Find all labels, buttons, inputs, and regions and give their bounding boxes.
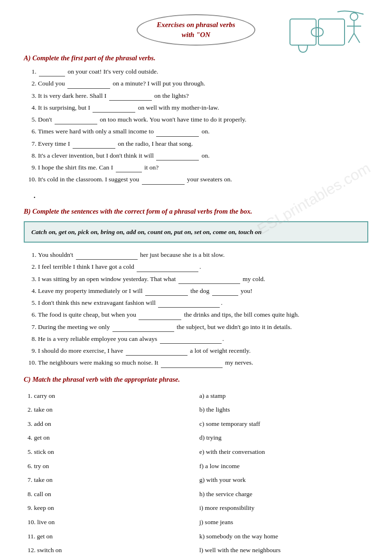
blank[interactable] <box>142 184 185 185</box>
list-item: The food is quite cheap, but when you th… <box>38 310 368 320</box>
blank[interactable] <box>126 355 187 356</box>
blank[interactable] <box>156 136 199 137</box>
blank[interactable] <box>137 272 198 272</box>
list-item: It is surprising, but I on well with my … <box>38 103 368 113</box>
table-row: 4. get ond) trying <box>25 431 367 444</box>
table-row: 6. try onf) a low income <box>25 460 367 473</box>
match-right-cell: g) with your work <box>196 473 367 487</box>
section-b: B) Complete the sentences with the corre… <box>24 207 368 368</box>
table-row: 1. carry ona) a stamp <box>25 389 367 403</box>
match-right-cell: d) trying <box>196 431 367 444</box>
table-row: 5. stick one) with their conversation <box>25 445 367 459</box>
blank[interactable] <box>145 295 188 296</box>
match-table: 1. carry ona) a stamp2. take onb) the li… <box>24 388 368 555</box>
match-left-cell: 1. carry on <box>25 389 196 403</box>
match-left-cell: 3. add on <box>25 417 196 431</box>
blank[interactable] <box>39 76 65 76</box>
list-item: Leave my property immediately or I will … <box>38 286 368 296</box>
list-item: It's a clever invention, but I don't thi… <box>38 151 368 160</box>
match-right-cell: i) more responsibility <box>196 501 367 515</box>
dot-separator: . <box>33 189 368 200</box>
list-item: on your coat! It's very cold outside. <box>38 67 368 76</box>
match-left-cell: 5. stick on <box>25 445 196 459</box>
title-oval: Exercises on phrasal verbs with "ON <box>137 14 255 46</box>
section-a-list: on your coat! It's very cold outside. Co… <box>24 67 368 185</box>
match-right-cell: a) a stamp <box>196 389 367 403</box>
list-item: I feel terrible I think I have got a col… <box>38 262 368 272</box>
match-left-cell: 11. get on <box>25 530 196 543</box>
puzzle-svg <box>264 9 368 62</box>
svg-line-6 <box>354 33 360 43</box>
list-item: I was sitting by an open window yesterda… <box>38 274 368 284</box>
list-item: Could you on a minute? I will put you th… <box>38 79 368 88</box>
blank[interactable] <box>116 172 142 172</box>
svg-rect-1 <box>318 19 345 45</box>
blank[interactable] <box>93 112 135 113</box>
blank[interactable] <box>112 331 174 332</box>
match-left-cell: 8. call on <box>25 488 196 501</box>
blank[interactable] <box>67 88 110 89</box>
match-left-cell: 4. get on <box>25 431 196 444</box>
blank[interactable] <box>73 148 115 149</box>
match-right-cell: c) some temporary staff <box>196 417 367 431</box>
list-item: The neighbours were making so much noise… <box>38 358 368 367</box>
list-item: Every time I on the radio, I hear that s… <box>38 139 368 149</box>
puzzle-decoration <box>264 9 368 57</box>
table-row: 11. get onk) somebody on the way home <box>25 530 367 543</box>
blank[interactable] <box>161 367 223 368</box>
table-row: 12. switch onl) well with the new neighb… <box>25 544 367 555</box>
match-right-cell: b) the lights <box>196 403 367 416</box>
blank[interactable] <box>158 307 220 308</box>
list-item: It's cold in the classroom. I suggest yo… <box>38 175 368 184</box>
match-left-cell: 6. try on <box>25 460 196 473</box>
match-left-cell: 7. take on <box>25 473 196 487</box>
svg-rect-0 <box>290 19 316 45</box>
blank[interactable] <box>212 295 238 296</box>
title-line1: Exercises on phrasal verbs <box>157 21 235 28</box>
list-item: I should do more exercise, I have a lot … <box>38 346 368 356</box>
svg-line-5 <box>348 33 354 43</box>
list-item: During the meeting we only the subject, … <box>38 322 368 332</box>
svg-point-2 <box>350 13 358 20</box>
match-right-cell: j) some jeans <box>196 516 367 529</box>
blank[interactable] <box>156 160 199 160</box>
match-left-cell: 12. switch on <box>25 544 196 555</box>
list-item: It is very dark here. Shall I on the lig… <box>38 91 368 101</box>
section-c: C) Match the phrasal verb with the appro… <box>24 376 368 555</box>
list-item: You shouldn't her just because she is a … <box>38 250 368 260</box>
phrasal-verb-box: Catch on, get on, pick on, bring on, add… <box>24 221 368 243</box>
blank[interactable] <box>178 283 240 284</box>
match-right-cell: e) with their conversation <box>196 445 367 459</box>
table-row: 2. take onb) the lights <box>25 403 367 416</box>
section-b-header: B) Complete the sentences with the corre… <box>24 207 368 216</box>
table-row: 10. live onj) some jeans <box>25 516 367 529</box>
list-item: Don't on too much work. You won't have t… <box>38 115 368 124</box>
match-right-cell: l) well with the new neighbours <box>196 544 367 555</box>
match-left-cell: 2. take on <box>25 403 196 416</box>
blank[interactable] <box>55 124 97 124</box>
list-item: I hope the shirt fits me. Can I it on? <box>38 163 368 172</box>
match-left-cell: 10. live on <box>25 516 196 529</box>
blank[interactable] <box>139 320 181 320</box>
match-right-cell: f) a low income <box>196 460 367 473</box>
list-item: He is a very reliable employee you can a… <box>38 334 368 344</box>
blank[interactable] <box>109 100 152 101</box>
section-b-list: You shouldn't her just because she is a … <box>24 250 368 368</box>
section-c-header: C) Match the phrasal verb with the appro… <box>24 376 368 384</box>
match-right-cell: h) the service charge <box>196 488 367 501</box>
title-line2: with "ON <box>182 31 210 38</box>
table-row: 3. add onc) some temporary staff <box>25 417 367 431</box>
list-item: I don't think this new extravagant fashi… <box>38 298 368 308</box>
table-row: 8. call onh) the service charge <box>25 488 367 501</box>
title-area: Exercises on phrasal verbs with "ON <box>24 14 368 46</box>
match-left-cell: 9. keep on <box>25 501 196 515</box>
list-item: Times were hard with only a small income… <box>38 127 368 136</box>
match-right-cell: k) somebody on the way home <box>196 530 367 543</box>
section-a: A) Complete the first part of the phrasa… <box>24 54 368 185</box>
blank[interactable] <box>160 343 222 344</box>
table-row: 7. take ong) with your work <box>25 473 367 487</box>
table-row: 9. keep oni) more responsibility <box>25 501 367 515</box>
blank[interactable] <box>76 259 138 260</box>
